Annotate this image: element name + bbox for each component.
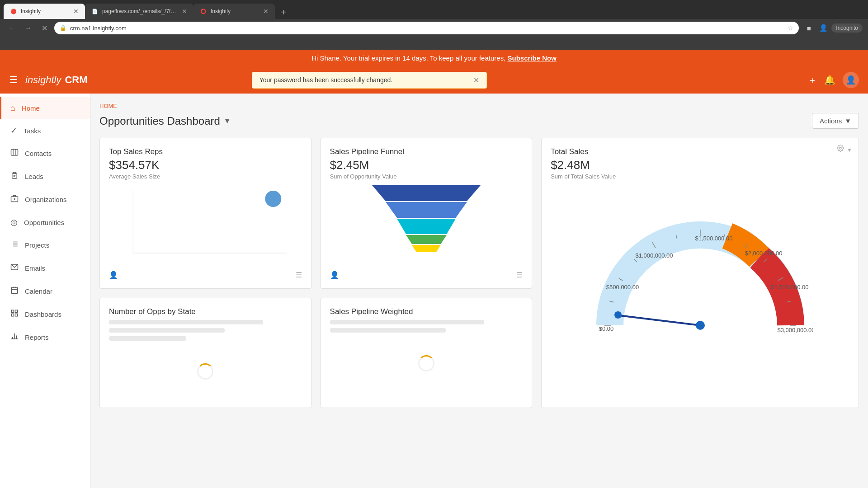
card-settings-icon[interactable]: ▼ <box>837 145 852 153</box>
add-icon[interactable]: ＋ <box>808 74 817 86</box>
sidebar-item-home[interactable]: ⌂ Home <box>0 97 90 119</box>
browser-tab-2[interactable]: 📄 pageflows.com/_/emails/_/7fb... ✕ <box>85 4 193 19</box>
skeleton-bar-4 <box>330 320 484 324</box>
sidebar-label-dashboards: Dashboards <box>25 310 61 318</box>
breadcrumb-home-link[interactable]: HOME <box>99 103 117 109</box>
sidebar-item-projects[interactable]: Projects <box>0 234 90 257</box>
sidebar-item-reports[interactable]: Reports <box>0 326 90 349</box>
sales-pipeline-funnel-subtitle: Sum of Opportunity Value <box>330 173 523 180</box>
actions-button[interactable]: Actions ▼ <box>812 113 859 129</box>
browser-tabs: 🔴 Insightly ✕ 📄 pageflows.com/_/emails/_… <box>0 0 868 19</box>
extensions-icon[interactable]: ■ <box>802 22 815 34</box>
security-icon: 🔒 <box>60 25 66 31</box>
svg-marker-32 <box>397 219 456 234</box>
sidebar-item-contacts[interactable]: Contacts <box>0 142 90 165</box>
sidebar-item-leads[interactable]: Leads <box>0 165 90 188</box>
svg-rect-21 <box>15 310 18 312</box>
svg-marker-33 <box>406 235 447 244</box>
gauge-label-3m: $3,000,000.00 <box>777 327 813 333</box>
svg-rect-22 <box>11 314 14 316</box>
top-sales-reps-chart <box>109 185 302 258</box>
breadcrumb: HOME <box>99 103 859 109</box>
tab-1-title: Insightly <box>21 8 70 14</box>
funnel-chart <box>330 185 523 258</box>
hamburger-menu[interactable]: ☰ <box>9 74 18 86</box>
svg-rect-0 <box>11 149 18 155</box>
sidebar-label-projects: Projects <box>25 241 49 249</box>
opps-by-state-card: Number of Opps by State <box>99 298 311 408</box>
sidebar-label-emails: Emails <box>25 264 45 272</box>
weighted-loading-spinner <box>330 336 523 390</box>
back-button[interactable]: ← <box>5 22 18 34</box>
trial-text: Hi Shane. Your trial expires in 14 days.… <box>311 54 505 62</box>
incognito-button[interactable]: Incognito <box>831 23 863 33</box>
sidebar-item-emails[interactable]: Emails <box>0 257 90 280</box>
profile-icon[interactable]: 👤 <box>817 22 830 34</box>
gauge-label-2-5m: $2,500,000.00 <box>771 284 808 291</box>
svg-rect-16 <box>11 287 18 294</box>
gauge-label-0: $0.00 <box>599 325 613 332</box>
sidebar-item-dashboards[interactable]: Dashboards <box>0 303 90 326</box>
gauge-label-2m: $2,000,000.00 <box>745 250 782 257</box>
page-title-dropdown[interactable]: ▼ <box>224 117 231 125</box>
emails-icon <box>10 263 19 273</box>
sidebar-item-calendar[interactable]: Calendar <box>0 280 90 303</box>
bell-icon[interactable]: 🔔 <box>824 75 835 85</box>
tab-2-favicon: 📄 <box>91 8 99 15</box>
gauge-needle <box>619 315 700 325</box>
sidebar: ⌂ Home ✓ Tasks Contacts Leads <box>0 94 90 488</box>
refresh-button[interactable]: ✕ <box>38 22 51 34</box>
browser-chrome: 🔴 Insightly ✕ 📄 pageflows.com/_/emails/_… <box>0 0 868 50</box>
avatar[interactable]: 👤 <box>843 72 859 88</box>
browser-tab-3[interactable]: ⭕ Insightly ✕ <box>193 4 275 19</box>
opps-loading-spinner <box>109 344 302 399</box>
sales-pipeline-funnel-card: Sales Pipeline Funnel $2.45M Sum of Oppo… <box>321 138 533 289</box>
logo-crm: CRM <box>65 74 87 86</box>
logo-area: insightly CRM <box>25 74 88 86</box>
skeleton-bar-5 <box>330 328 446 333</box>
skeleton-bar-2 <box>109 328 225 333</box>
header-actions: ＋ 🔔 👤 <box>808 72 859 88</box>
bookmark-icon[interactable]: ☆ <box>788 24 793 32</box>
top-sales-reps-footer: 👤 ☰ <box>109 265 302 279</box>
sidebar-item-opportunities[interactable]: ◎ Opportunities <box>0 211 90 234</box>
sales-pipeline-funnel-footer: 👤 ☰ <box>330 265 523 279</box>
tab-2-close[interactable]: ✕ <box>182 8 187 15</box>
sidebar-item-tasks[interactable]: ✓ Tasks <box>0 119 90 142</box>
address-bar[interactable]: 🔒 crm.na1.insightly.com ☆ <box>54 22 799 34</box>
contacts-icon <box>10 148 19 159</box>
svg-rect-3 <box>14 172 16 174</box>
home-icon: ⌂ <box>10 103 15 113</box>
forward-button[interactable]: → <box>22 22 34 34</box>
tab-3-close[interactable]: ✕ <box>263 8 269 15</box>
toast-close-button[interactable]: ✕ <box>473 76 479 84</box>
actions-label: Actions <box>820 117 842 125</box>
weighted-skeleton <box>330 320 523 333</box>
dashboards-icon <box>10 309 19 319</box>
main-layout: ⌂ Home ✓ Tasks Contacts Leads <box>0 94 868 488</box>
svg-rect-23 <box>15 314 18 316</box>
tab-3-favicon: ⭕ <box>200 8 207 15</box>
new-tab-button[interactable]: + <box>277 5 290 19</box>
sidebar-item-organizations[interactable]: Organizations <box>0 188 90 211</box>
sidebar-label-reports: Reports <box>25 333 49 341</box>
browser-tab-1[interactable]: 🔴 Insightly ✕ <box>4 4 85 19</box>
trial-banner: Hi Shane. Your trial expires in 14 days.… <box>0 50 868 66</box>
person-icon: 👤 <box>109 271 118 279</box>
calendar-icon <box>10 286 19 296</box>
funnel-list-icon[interactable]: ☰ <box>516 271 523 279</box>
tab-3-title: Insightly <box>211 8 259 14</box>
svg-point-35 <box>840 147 841 149</box>
incognito-label: Incognito <box>836 25 858 31</box>
opps-by-state-title: Number of Opps by State <box>109 307 302 316</box>
skeleton-bar-3 <box>109 336 186 341</box>
opportunities-icon: ◎ <box>10 217 18 227</box>
list-icon[interactable]: ☰ <box>296 271 302 279</box>
toast-message: Your password has been successfully chan… <box>259 76 392 84</box>
subscribe-link[interactable]: Subscribe Now <box>507 54 556 62</box>
projects-icon <box>10 240 19 250</box>
tasks-icon: ✓ <box>10 126 17 136</box>
cards-grid: Top Sales Reps $354.57K Average Sales Si… <box>99 138 859 408</box>
tab-1-close[interactable]: ✕ <box>73 8 79 15</box>
top-sales-reps-title: Top Sales Reps <box>109 147 302 156</box>
